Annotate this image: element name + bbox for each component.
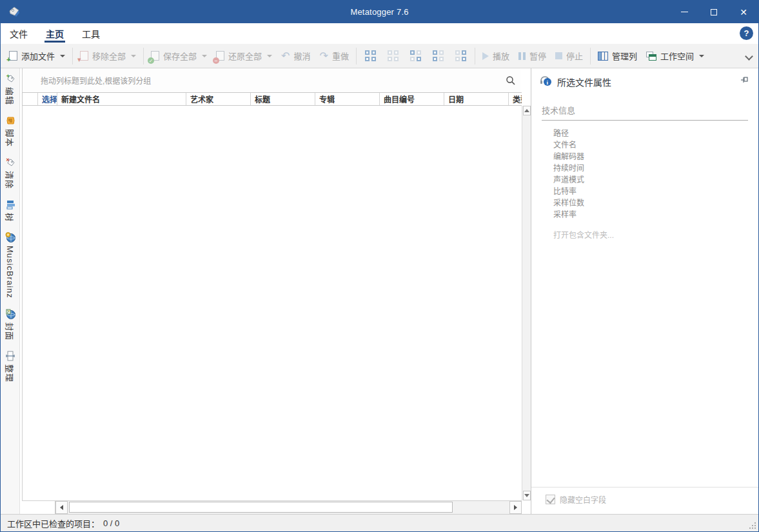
field-sample-rate: 采样率 [553,211,758,219]
add-files-dropdown-icon [60,55,65,57]
sidebar-item-edit[interactable]: + 编辑 [4,74,16,105]
tag-edit-icon: + [5,74,15,84]
close-button[interactable]: ✕ [729,1,758,23]
sidebar-item-organize[interactable]: 整理 [4,351,16,382]
sidebar-item-cover[interactable]: 封面 [4,309,16,340]
column-header-date[interactable]: 日期 [444,93,509,105]
field-channel-mode: 声道模式 [553,176,758,184]
file-list-area: 拖动列标题到此处,根据该列分组 选择 新建文件名 艺术家 标题 专辑 曲目编号 … [20,68,531,514]
column-header-genre[interactable]: 类型 [509,93,522,105]
tab-home[interactable]: 主页 [37,23,73,44]
scroll-left-button[interactable] [55,501,68,514]
scroll-up-icon [524,109,529,112]
app-logo-icon [7,5,21,19]
check-all-icon[interactable] [359,47,382,64]
horizontal-scrollbar-thumb[interactable] [69,502,453,513]
undo-button[interactable]: ↶ 撤消 [277,47,315,65]
field-codec: 编解码器 [553,153,758,161]
properties-panel: i 所选文件属性 技术信息 路径 文件名 编解码器 持续时间 声道模式 比特率 … [531,68,758,514]
column-header-artist[interactable]: 艺术家 [186,93,251,105]
uncheck-all-icon[interactable] [382,47,404,64]
field-duration: 持续时间 [553,164,758,172]
toolbar-separator [356,48,357,64]
sidebar-item-musicbrainz[interactable]: MusicBrainz [5,232,15,299]
undo-icon: ↶ [281,51,290,61]
tab-tools[interactable]: 工具 [73,23,109,44]
minimize-button[interactable] [669,1,699,23]
scroll-up-button[interactable] [523,106,531,115]
remove-all-dropdown-icon [131,55,136,57]
tree-icon [5,199,15,210]
open-containing-folder-link[interactable]: 打开包含文件夹... [553,229,758,240]
scroll-down-icon [524,494,529,497]
resize-grip[interactable] [749,522,756,529]
restore-all-dropdown-icon [267,55,272,57]
help-button[interactable]: ? [740,26,753,40]
workspace-dropdown-icon [699,55,704,57]
check-selected-icon[interactable] [427,47,449,64]
file-table-body[interactable] [22,106,522,500]
maximize-icon [711,9,717,15]
column-header-rowselector[interactable] [23,93,38,105]
column-header-title[interactable]: 标题 [251,93,315,105]
maximize-button[interactable] [699,1,729,23]
field-bit-depth: 采样位数 [553,199,758,207]
sidebar-item-clear[interactable]: × 清除 [4,157,16,189]
frozen-pane-spacer [22,501,55,514]
restore-all-button[interactable]: − 还原全部 [212,47,277,65]
remove-file-icon: ▾ [80,51,88,61]
metatogger-window: Metatogger 7.6 ✕ 文件 主页 工具 ? + 添加文件 ▾ 移除全… [0,0,759,532]
file-properties-icon: i [539,75,552,88]
redo-button[interactable]: ↷ 重做 [315,47,353,65]
uncheck-selected-icon[interactable] [449,47,472,64]
toolbar-separator [72,48,73,64]
titlebar: Metatogger 7.6 ✕ [1,1,758,23]
hide-empty-fields-checkbox[interactable] [546,495,555,504]
sidebar-item-script[interactable]: 脚本 [4,115,16,147]
field-path: 路径 [553,130,758,137]
scroll-down-button[interactable] [523,491,531,500]
restore-file-icon: − [216,51,224,61]
save-all-button[interactable]: ✓ 保存全部 [146,47,212,65]
remove-all-button[interactable]: ▾ 移除全部 [75,47,141,65]
column-header-tracknumber[interactable]: 曲目编号 [380,93,444,105]
play-button[interactable]: 播放 [478,47,514,65]
workspace-icon [646,52,656,61]
ribbon-toolbar: + 添加文件 ▾ 移除全部 ✓ 保存全部 − 还原全部 ↶ 撤消 ↷ 重做 [1,44,758,68]
horizontal-scrollbar[interactable] [68,501,509,514]
musicbrainz-icon [5,232,15,242]
save-all-dropdown-icon [202,55,207,57]
stop-button[interactable]: 停止 [551,47,587,65]
pause-button[interactable]: 暂停 [514,47,551,65]
horizontal-scrollbar-row [22,500,522,514]
pin-icon[interactable] [740,76,749,85]
add-files-button[interactable]: + 添加文件 [5,47,70,65]
checked-items-value: 0 / 0 [103,518,119,528]
save-file-icon: ✓ [151,51,159,61]
script-icon [5,115,15,126]
selection-toggle-group [359,47,472,64]
invert-check-icon[interactable] [404,47,427,64]
minimize-icon [681,12,688,12]
redo-icon: ↷ [319,51,328,61]
scroll-right-button[interactable] [509,501,522,514]
rename-icon [5,351,15,361]
play-icon [482,52,489,60]
vertical-scrollbar[interactable] [522,106,531,500]
group-by-bar[interactable]: 拖动列标题到此处,根据该列分组 [22,68,520,92]
column-header-newfilename[interactable]: 新建文件名 [57,93,186,105]
pause-icon [518,52,526,60]
manage-columns-button[interactable]: 管理列 [593,47,642,65]
search-button[interactable] [504,74,518,88]
properties-panel-title: 所选文件属性 [557,75,611,88]
workspace-button[interactable]: 工作空间 [642,47,709,65]
scroll-right-icon [514,505,517,510]
column-header-select[interactable]: 选择 [38,93,57,105]
toolbar-separator [143,48,144,64]
column-header-album[interactable]: 专辑 [315,93,380,105]
tab-file[interactable]: 文件 [1,23,37,44]
sidebar-item-tree[interactable]: 树 [4,199,16,222]
tag-clear-icon: × [5,157,15,168]
technical-info-section-header: 技术信息 [542,104,748,121]
menubar: 文件 主页 工具 ? [1,23,758,44]
